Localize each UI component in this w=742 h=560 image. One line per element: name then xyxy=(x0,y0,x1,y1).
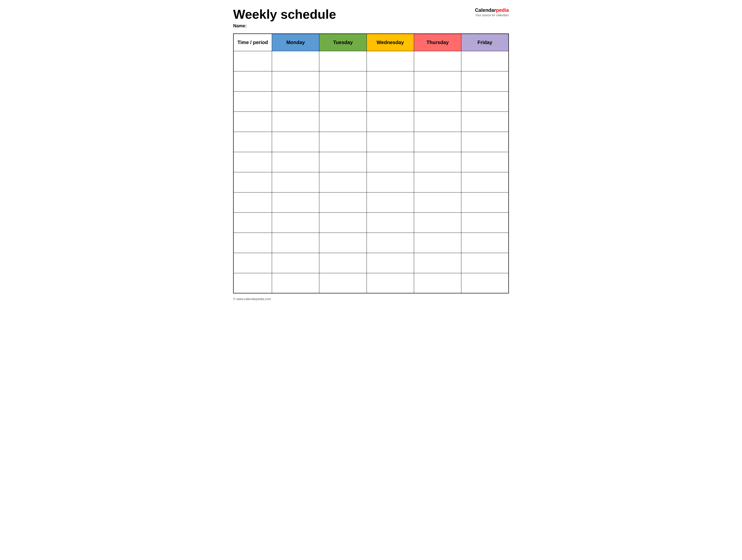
cell-wednesday-row-2[interactable] xyxy=(367,91,414,112)
cell-monday-row-1[interactable] xyxy=(272,71,319,91)
cell-thursday-row-5[interactable] xyxy=(414,152,461,172)
cell-tuesday-row-1[interactable] xyxy=(319,71,367,91)
logo-tagline: Your source for calendars xyxy=(475,13,509,17)
cell-friday-row-7[interactable] xyxy=(461,192,509,212)
cell-thursday-row-11[interactable] xyxy=(414,273,461,293)
cell-monday-row-11[interactable] xyxy=(272,273,319,293)
cell-wednesday-row-0[interactable] xyxy=(367,51,414,71)
cell-friday-row-4[interactable] xyxy=(461,132,509,152)
cell-friday-row-3[interactable] xyxy=(461,112,509,132)
cell-tuesday-row-3[interactable] xyxy=(319,112,367,132)
cell-time-row-0[interactable] xyxy=(233,51,272,71)
cell-time-row-5[interactable] xyxy=(233,152,272,172)
cell-time-row-2[interactable] xyxy=(233,91,272,112)
cell-thursday-row-10[interactable] xyxy=(414,253,461,273)
table-row xyxy=(233,71,509,91)
cell-time-row-8[interactable] xyxy=(233,212,272,233)
cell-friday-row-0[interactable] xyxy=(461,51,509,71)
cell-monday-row-3[interactable] xyxy=(272,112,319,132)
cell-tuesday-row-8[interactable] xyxy=(319,212,367,233)
table-row xyxy=(233,152,509,172)
table-row xyxy=(233,233,509,253)
cell-wednesday-row-7[interactable] xyxy=(367,192,414,212)
table-row xyxy=(233,91,509,112)
col-header-thursday: Thursday xyxy=(414,34,461,51)
cell-monday-row-5[interactable] xyxy=(272,152,319,172)
cell-wednesday-row-4[interactable] xyxy=(367,132,414,152)
col-header-friday: Friday xyxy=(461,34,509,51)
cell-wednesday-row-3[interactable] xyxy=(367,112,414,132)
cell-tuesday-row-4[interactable] xyxy=(319,132,367,152)
cell-tuesday-row-6[interactable] xyxy=(319,172,367,192)
cell-friday-row-5[interactable] xyxy=(461,152,509,172)
cell-time-row-11[interactable] xyxy=(233,273,272,293)
table-row xyxy=(233,273,509,293)
cell-thursday-row-7[interactable] xyxy=(414,192,461,212)
cell-wednesday-row-9[interactable] xyxy=(367,233,414,253)
cell-thursday-row-8[interactable] xyxy=(414,212,461,233)
cell-monday-row-9[interactable] xyxy=(272,233,319,253)
cell-friday-row-1[interactable] xyxy=(461,71,509,91)
cell-tuesday-row-9[interactable] xyxy=(319,233,367,253)
table-row xyxy=(233,51,509,71)
cell-friday-row-2[interactable] xyxy=(461,91,509,112)
cell-thursday-row-2[interactable] xyxy=(414,91,461,112)
cell-monday-row-8[interactable] xyxy=(272,212,319,233)
cell-monday-row-2[interactable] xyxy=(272,91,319,112)
title-section: Weekly schedule Name: xyxy=(233,7,475,29)
cell-monday-row-0[interactable] xyxy=(272,51,319,71)
logo-text: Calendarpedia xyxy=(475,7,509,13)
cell-thursday-row-9[interactable] xyxy=(414,233,461,253)
cell-tuesday-row-7[interactable] xyxy=(319,192,367,212)
cell-monday-row-4[interactable] xyxy=(272,132,319,152)
cell-wednesday-row-1[interactable] xyxy=(367,71,414,91)
col-header-time: Time / period xyxy=(233,34,272,51)
cell-monday-row-10[interactable] xyxy=(272,253,319,273)
cell-monday-row-7[interactable] xyxy=(272,192,319,212)
cell-monday-row-6[interactable] xyxy=(272,172,319,192)
cell-tuesday-row-10[interactable] xyxy=(319,253,367,273)
page-title: Weekly schedule xyxy=(233,7,475,21)
table-row xyxy=(233,212,509,233)
table-row xyxy=(233,132,509,152)
header-row: Time / period Monday Tuesday Wednesday T… xyxy=(233,34,509,51)
schedule-table: Time / period Monday Tuesday Wednesday T… xyxy=(233,34,509,293)
logo-calendar-text: Calendar xyxy=(475,7,496,13)
cell-thursday-row-4[interactable] xyxy=(414,132,461,152)
cell-tuesday-row-5[interactable] xyxy=(319,152,367,172)
cell-time-row-9[interactable] xyxy=(233,233,272,253)
cell-time-row-6[interactable] xyxy=(233,172,272,192)
cell-tuesday-row-2[interactable] xyxy=(319,91,367,112)
cell-tuesday-row-11[interactable] xyxy=(319,273,367,293)
cell-wednesday-row-11[interactable] xyxy=(367,273,414,293)
cell-wednesday-row-10[interactable] xyxy=(367,253,414,273)
cell-wednesday-row-5[interactable] xyxy=(367,152,414,172)
cell-time-row-7[interactable] xyxy=(233,192,272,212)
cell-time-row-3[interactable] xyxy=(233,112,272,132)
col-header-wednesday: Wednesday xyxy=(367,34,414,51)
cell-friday-row-10[interactable] xyxy=(461,253,509,273)
cell-thursday-row-6[interactable] xyxy=(414,172,461,192)
cell-friday-row-11[interactable] xyxy=(461,273,509,293)
logo-section: Calendarpedia Your source for calendars xyxy=(475,7,509,17)
cell-thursday-row-1[interactable] xyxy=(414,71,461,91)
page-container: Weekly schedule Name: Calendarpedia Your… xyxy=(233,7,509,301)
table-row xyxy=(233,112,509,132)
cell-wednesday-row-8[interactable] xyxy=(367,212,414,233)
cell-time-row-1[interactable] xyxy=(233,71,272,91)
name-label: Name: xyxy=(233,23,475,29)
cell-time-row-4[interactable] xyxy=(233,132,272,152)
table-row xyxy=(233,192,509,212)
cell-friday-row-6[interactable] xyxy=(461,172,509,192)
cell-friday-row-9[interactable] xyxy=(461,233,509,253)
table-row xyxy=(233,172,509,192)
cell-time-row-10[interactable] xyxy=(233,253,272,273)
footer-text: © www.calendarpedia.com xyxy=(233,297,509,301)
cell-tuesday-row-0[interactable] xyxy=(319,51,367,71)
cell-thursday-row-0[interactable] xyxy=(414,51,461,71)
cell-wednesday-row-6[interactable] xyxy=(367,172,414,192)
cell-friday-row-8[interactable] xyxy=(461,212,509,233)
cell-thursday-row-3[interactable] xyxy=(414,112,461,132)
schedule-body xyxy=(233,51,509,293)
logo-pedia-text: pedia xyxy=(496,7,509,13)
